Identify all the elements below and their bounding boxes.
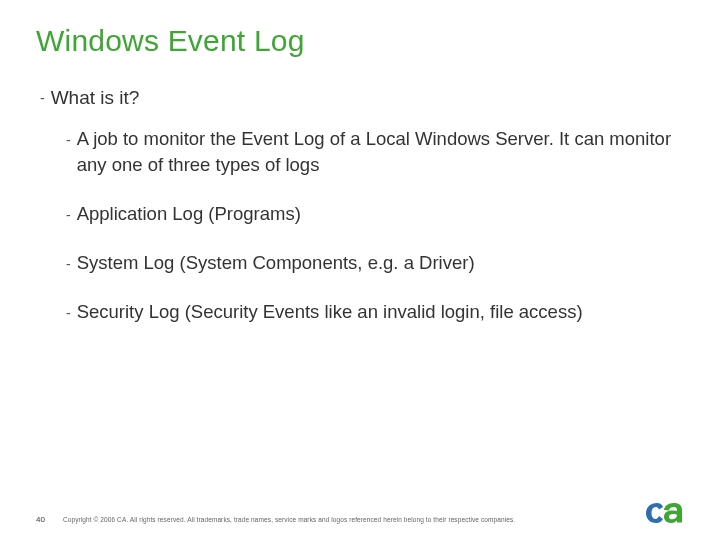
list-item: - System Log (System Components, e.g. a … bbox=[66, 250, 684, 277]
bullet-text: System Log (System Components, e.g. a Dr… bbox=[77, 250, 475, 277]
page-title: Windows Event Log bbox=[36, 24, 684, 58]
dash-icon: - bbox=[66, 254, 71, 274]
dash-icon: - bbox=[66, 130, 71, 150]
bullet-text: A job to monitor the Event Log of a Loca… bbox=[77, 126, 684, 180]
list-item: - Security Log (Security Events like an … bbox=[66, 299, 684, 326]
bullet-level-2: - A job to monitor the Event Log of a Lo… bbox=[66, 126, 684, 326]
bullet-text: Security Log (Security Events like an in… bbox=[77, 299, 583, 326]
bullet-text: What is it? bbox=[51, 84, 140, 112]
list-item: - Application Log (Programs) bbox=[66, 201, 684, 228]
ca-logo-icon bbox=[644, 500, 684, 524]
bullet-text: Application Log (Programs) bbox=[77, 201, 301, 228]
footer-left: 40 Copyright © 2006 CA. All rights reser… bbox=[36, 515, 515, 524]
list-item: - A job to monitor the Event Log of a Lo… bbox=[66, 126, 684, 180]
copyright-text: Copyright © 2006 CA. All rights reserved… bbox=[63, 516, 515, 523]
dash-icon: - bbox=[66, 303, 71, 323]
slide: Windows Event Log - What is it? - A job … bbox=[0, 0, 720, 540]
dash-icon: - bbox=[40, 88, 45, 108]
bullet-level-1: - What is it? - A job to monitor the Eve… bbox=[40, 84, 684, 326]
list-item: - What is it? bbox=[40, 84, 684, 112]
footer: 40 Copyright © 2006 CA. All rights reser… bbox=[36, 500, 684, 524]
page-number: 40 bbox=[36, 515, 45, 524]
dash-icon: - bbox=[66, 205, 71, 225]
